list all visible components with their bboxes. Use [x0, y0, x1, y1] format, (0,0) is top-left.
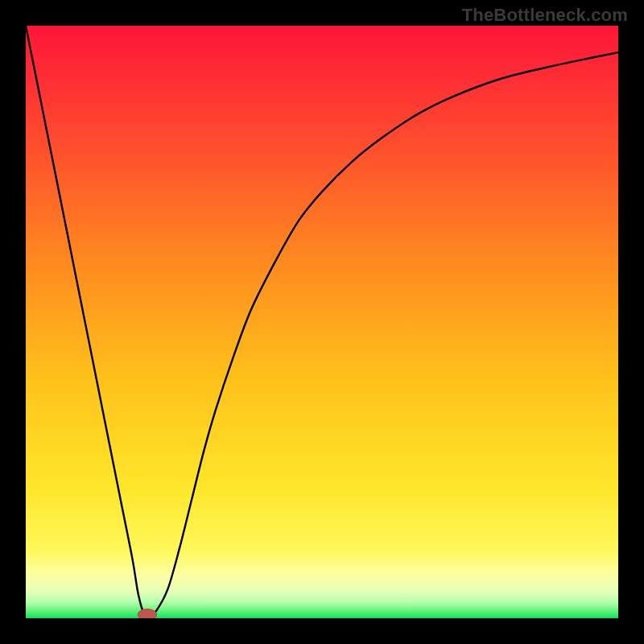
plot-area [26, 26, 618, 618]
minimum-marker [138, 609, 157, 618]
watermark-text: TheBottleneck.com [462, 5, 628, 26]
chart-frame: TheBottleneck.com [0, 0, 644, 644]
gradient-background [26, 26, 618, 618]
chart-svg [26, 26, 618, 618]
